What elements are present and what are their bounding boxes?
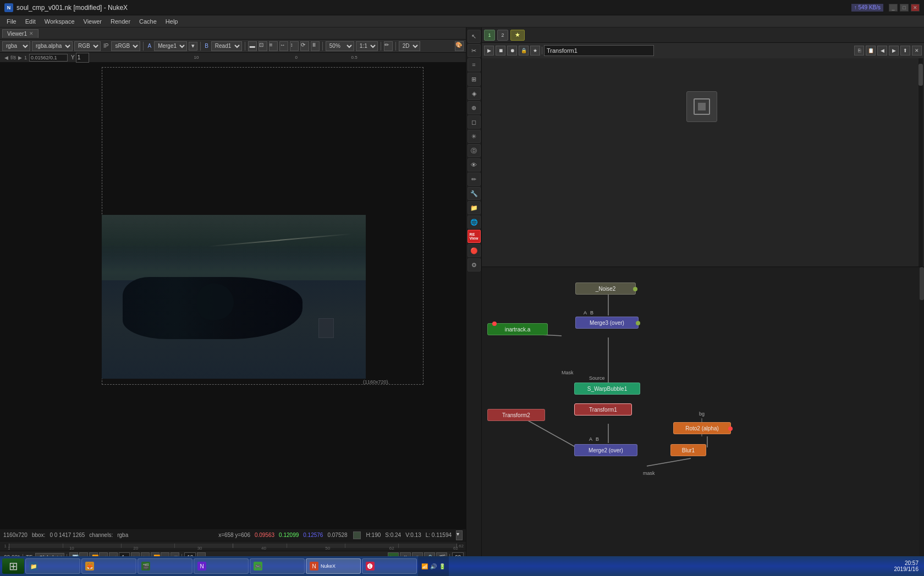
- prev-frame-btn[interactable]: ◀: [4, 55, 8, 60]
- viewer-canvas[interactable]: (1160x720).: [0, 63, 466, 529]
- props-maximize-btn[interactable]: ⬆: [900, 46, 910, 56]
- merge2-label: Merge2 (over): [588, 447, 623, 453]
- status-h: H:190: [366, 532, 381, 538]
- menu-viewer[interactable]: Viewer: [79, 17, 106, 26]
- eye-tool[interactable]: 👁: [468, 158, 481, 171]
- menu-file[interactable]: File: [2, 17, 21, 26]
- noise2-node[interactable]: _Noise2: [575, 283, 636, 295]
- blur1-node[interactable]: Blur1: [670, 444, 706, 456]
- properties-content: [482, 58, 924, 267]
- next-frame-btn[interactable]: ▶: [18, 55, 22, 60]
- colorspace-b-selector[interactable]: sRGB: [111, 41, 140, 51]
- close-button[interactable]: ✕: [911, 4, 920, 12]
- status-options-btn[interactable]: ▾: [456, 530, 463, 540]
- folder-tool[interactable]: 📁: [468, 201, 481, 214]
- menu-cache[interactable]: Cache: [135, 17, 161, 26]
- menu-render[interactable]: Render: [106, 17, 135, 26]
- aspect-selector[interactable]: 1:1: [356, 41, 378, 51]
- taskbar-app-1[interactable]: 📁: [25, 558, 80, 574]
- inartrack-node[interactable]: inartrack.a: [487, 323, 548, 335]
- viewer-toolbar: rgba rgb alpha rgba.alpha RGB IP sRGB A …: [0, 40, 466, 53]
- node-graph[interactable]: _Noise2 A B Merge3 (over): [482, 267, 924, 576]
- props-tab-1[interactable]: 1: [484, 30, 495, 41]
- y-value-input[interactable]: [76, 53, 89, 63]
- viewer-tab-close[interactable]: ✕: [29, 31, 34, 36]
- inartrack-label: inartrack.a: [505, 326, 531, 333]
- props-lock-btn[interactable]: 🔒: [519, 46, 529, 56]
- maximize-button[interactable]: □: [900, 4, 909, 12]
- transform1-node[interactable]: Transform1: [574, 403, 632, 416]
- props-scroll-thumb[interactable]: [919, 64, 923, 86]
- nodegraph-scrollbar[interactable]: [920, 267, 924, 576]
- gamma-btn[interactable]: ≡: [269, 41, 278, 51]
- input-b-selector[interactable]: Read1: [211, 41, 242, 51]
- props-paste-btn[interactable]: 📋: [866, 46, 876, 56]
- dimension-selector[interactable]: 2D 3D: [399, 41, 420, 51]
- nodegraph-scroll-thumb[interactable]: [920, 267, 924, 300]
- figure-head: [197, 284, 234, 320]
- taskbar-app-nukeX[interactable]: N NukeX: [306, 558, 361, 574]
- input-a-selector[interactable]: Merge1: [154, 41, 187, 51]
- render-tool[interactable]: 🔴: [468, 244, 481, 257]
- swarpbubble-node[interactable]: S_WarpBubble1: [574, 383, 640, 395]
- taskbar-app-4[interactable]: N: [194, 558, 249, 574]
- props-stop-btn[interactable]: ⏹: [496, 46, 505, 56]
- arrow-tool[interactable]: ↖: [468, 30, 481, 43]
- color-picker-btn[interactable]: 🎨: [455, 41, 464, 51]
- props-copy-btn[interactable]: ⎘: [854, 46, 864, 56]
- colorspace-a-selector[interactable]: RGB: [74, 41, 101, 51]
- gain-btn[interactable]: ⊡: [258, 41, 267, 51]
- props-tab-2[interactable]: 2: [497, 30, 508, 41]
- props-scrollbar[interactable]: [919, 58, 923, 267]
- zoom-tool[interactable]: ⊕: [468, 101, 481, 114]
- props-tab-star[interactable]: ★: [510, 30, 525, 41]
- props-close-btn[interactable]: ✕: [912, 46, 922, 56]
- props-rec-btn[interactable]: ⏺: [507, 46, 517, 56]
- merge3-node[interactable]: Merge3 (over): [575, 317, 639, 329]
- equals-tool[interactable]: =: [468, 58, 481, 71]
- circle-d-tool[interactable]: Ⓓ: [468, 144, 481, 157]
- brush-tool[interactable]: ✏: [468, 173, 481, 186]
- rex-view-tool[interactable]: REView: [468, 230, 481, 243]
- flop-btn[interactable]: ↕: [290, 41, 299, 51]
- menu-edit[interactable]: Edit: [21, 17, 40, 26]
- layers-tool[interactable]: ◈: [468, 87, 481, 100]
- props-play-btn[interactable]: ▶: [484, 46, 494, 56]
- grid-tool[interactable]: ⊞: [468, 73, 481, 86]
- viewer1-tab[interactable]: Viewer1 ✕: [2, 29, 38, 38]
- menu-workspace[interactable]: Workspace: [40, 17, 79, 26]
- timeline-scroll: 1: [0, 541, 466, 551]
- transform2-node[interactable]: Transform2: [487, 409, 545, 421]
- input-a-options[interactable]: ▾: [189, 42, 197, 51]
- props-bookmark-btn[interactable]: ★: [530, 46, 540, 56]
- pause-btn[interactable]: ⏸: [311, 41, 320, 51]
- loop-btn[interactable]: ⟳: [300, 41, 309, 51]
- flip-btn[interactable]: ↔: [279, 41, 288, 51]
- roto2-node[interactable]: Roto2 (alpha): [673, 422, 731, 434]
- channel-selector[interactable]: rgba rgb alpha: [2, 41, 30, 51]
- crop-tool[interactable]: ✂: [468, 44, 481, 57]
- zoom-selector[interactable]: 50% 100% 25%: [326, 41, 354, 51]
- wipe-btn[interactable]: ▬: [248, 41, 257, 51]
- toolbar-separator2: [200, 42, 201, 51]
- alpha-channel-selector[interactable]: rgba.alpha: [32, 41, 73, 51]
- wrench-tool[interactable]: 🔧: [468, 187, 481, 200]
- node-name-input[interactable]: Transform1: [544, 45, 654, 56]
- settings-tool[interactable]: ⚙: [468, 258, 481, 272]
- timeline-ruler: ◀ f/8 ▶ 1 0.01562/0.1 Y 10 0 0.5: [0, 53, 466, 63]
- taskbar-app-2[interactable]: 🦊: [81, 558, 136, 574]
- props-prev-btn[interactable]: ◀: [877, 46, 887, 56]
- taskbar-app-3[interactable]: 🎬: [138, 558, 193, 574]
- mask-label-2: mask: [643, 470, 655, 476]
- props-next-btn[interactable]: ▶: [889, 46, 899, 56]
- minimize-button[interactable]: _: [889, 4, 898, 12]
- draw-btn[interactable]: ✏: [384, 41, 393, 51]
- start-button[interactable]: ⊞: [2, 558, 24, 574]
- cube-tool[interactable]: ◻: [468, 115, 481, 129]
- taskbar-app-7[interactable]: 🅒: [362, 558, 417, 574]
- sphere-tool[interactable]: 🌐: [468, 215, 481, 229]
- taskbar-app-5[interactable]: 🎮: [250, 558, 305, 574]
- asterisk-tool[interactable]: ✳: [468, 130, 481, 143]
- menu-help[interactable]: Help: [161, 17, 183, 26]
- merge2-node[interactable]: Merge2 (over): [574, 444, 637, 456]
